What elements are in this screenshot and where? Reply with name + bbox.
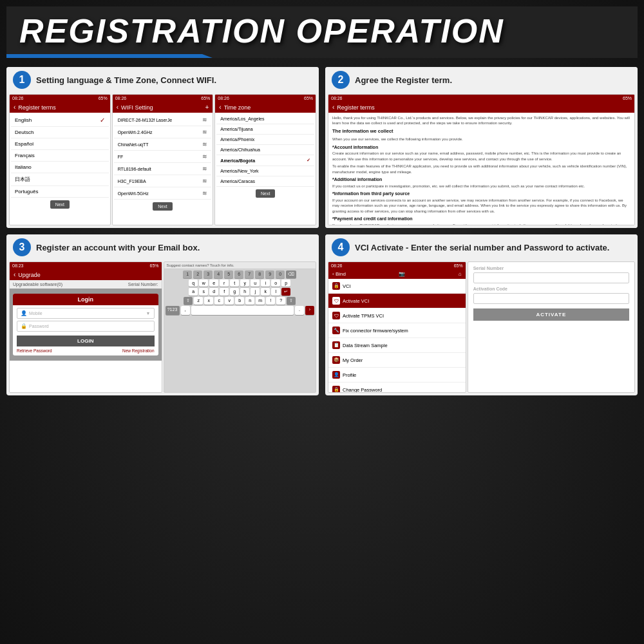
key-j[interactable]: j — [251, 288, 260, 296]
key-period[interactable]: . — [295, 306, 304, 315]
key-i[interactable]: i — [261, 279, 270, 287]
key-h[interactable]: h — [240, 288, 249, 296]
language-next-button[interactable]: Next — [50, 200, 70, 209]
tz-bogota[interactable]: America/Bogota ✓ — [216, 155, 314, 166]
key-u[interactable]: u — [251, 279, 260, 287]
lang-english[interactable]: English ✓ — [11, 114, 109, 127]
login-screen: 08:23 65% ‹ Upgrade Upgradeable software… — [9, 261, 162, 393]
wifi-h3c[interactable]: H3C_F19EBA≋ — [114, 175, 212, 187]
mobile-input[interactable]: 👤 Mobile ▼ — [17, 308, 155, 319]
bind-menu-my-order[interactable]: 📦 My Order — [328, 353, 466, 368]
retrieve-password-link[interactable]: Retrieve Password — [17, 348, 52, 353]
lang-italiano[interactable]: Italiano — [11, 162, 109, 173]
new-registration-link[interactable]: New Registration — [122, 348, 155, 353]
key-3[interactable]: 3 — [204, 270, 213, 278]
backspace-key[interactable]: ⌫ — [286, 270, 296, 278]
go-key[interactable]: › — [305, 306, 314, 315]
lang-deutsch[interactable]: Deutsch — [11, 127, 109, 138]
key-c[interactable]: c — [214, 297, 223, 305]
step-2-number: 2 — [332, 71, 350, 89]
bind-menu-change-password[interactable]: 🔒 Change Password — [328, 383, 466, 393]
key-q[interactable]: q — [189, 279, 198, 287]
key-2[interactable]: 2 — [193, 270, 202, 278]
key-l[interactable]: l — [271, 288, 280, 296]
login-modal-overlay: Login 👤 Mobile ▼ 🔒 Password — [10, 289, 162, 361]
key-w[interactable]: w — [199, 279, 208, 287]
key-comma[interactable]: , — [181, 306, 190, 315]
key-f[interactable]: f — [220, 288, 229, 296]
tz-chihuahua[interactable]: America/Chihuahua — [216, 145, 314, 155]
key-g[interactable]: g — [230, 288, 239, 296]
tz-phoenix[interactable]: America/Phoenix — [216, 135, 314, 145]
key-t[interactable]: t — [230, 279, 239, 287]
lock-icon: 🔒 — [332, 282, 340, 290]
key-1[interactable]: 1 — [183, 270, 192, 278]
key-p[interactable]: p — [281, 279, 290, 287]
key-8[interactable]: 8 — [255, 270, 264, 278]
key-k[interactable]: k — [261, 288, 270, 296]
lock-icon: 🔒 — [332, 386, 340, 393]
spacebar-key[interactable] — [191, 306, 294, 315]
key-o[interactable]: o — [271, 279, 280, 287]
shift-key[interactable]: ⇧ — [184, 297, 193, 305]
key-v[interactable]: v — [225, 297, 234, 305]
bind-menu-vci[interactable]: 🔒 VCI — [328, 279, 466, 294]
step-3-screens: 08:23 65% ‹ Upgrade Upgradeable software… — [6, 260, 319, 395]
activation-code-input[interactable] — [473, 293, 629, 304]
step-1-header: 1 Setting language & Time Zone, Connect … — [6, 67, 319, 93]
bind-menu-activate-vci[interactable]: 🛡 Activate VCI — [328, 294, 466, 308]
key-6[interactable]: 6 — [234, 270, 243, 278]
key-5[interactable]: 5 — [224, 270, 233, 278]
key-9[interactable]: 9 — [265, 270, 274, 278]
lang-francais[interactable]: Français — [11, 150, 109, 162]
key-0[interactable]: 0 — [276, 270, 285, 278]
tz-los-angeles[interactable]: America/Los_Angeles — [216, 114, 314, 124]
wifi-rtl[interactable]: RTL8196-default≋ — [114, 163, 212, 175]
key-y[interactable]: y — [240, 279, 249, 287]
password-input[interactable]: 🔒 Password — [17, 321, 155, 332]
tz-new-york[interactable]: America/New_York — [216, 166, 314, 176]
lang-japanese[interactable]: 日本語 — [11, 173, 109, 186]
key-exclaim[interactable]: ! — [266, 297, 275, 305]
tz-caracas[interactable]: America/Caracas — [216, 176, 314, 187]
serial-number-input[interactable] — [473, 272, 629, 283]
bind-menu-data-stream[interactable]: 📋 Data Stream Sample — [328, 338, 466, 353]
wifi-openwrt24[interactable]: OpenWrt-2.4GHz≋ — [114, 126, 212, 138]
terms-additional-title: *Additional information — [332, 176, 630, 183]
bind-menu-profile[interactable]: 👤 Profile — [328, 368, 466, 383]
activate-button[interactable]: ACTIVATE — [473, 308, 629, 321]
tz-tijuana[interactable]: America/Tijuana — [216, 124, 314, 135]
password-placeholder: Password — [29, 324, 49, 328]
lang-espanol[interactable]: Español — [11, 138, 109, 150]
bind-form-panel: Serial Number Activation Code ACTIVATE — [468, 261, 635, 393]
key-e[interactable]: e — [209, 279, 218, 287]
key-b[interactable]: b — [235, 297, 244, 305]
shift-key-2[interactable]: ⇧ — [287, 297, 296, 305]
key-z[interactable]: z — [194, 297, 203, 305]
timezone-next-button[interactable]: Next — [256, 189, 275, 198]
key-x[interactable]: x — [204, 297, 213, 305]
bind-menu-fix-connector[interactable]: 🔧 Fix connector firmware/system — [328, 323, 466, 338]
wifi-openwrt5[interactable]: OpenWrt-5GHz≋ — [114, 187, 212, 200]
key-a[interactable]: a — [189, 288, 198, 296]
enter-key[interactable]: ↵ — [281, 288, 290, 296]
key-123[interactable]: ?123 — [166, 306, 180, 315]
terms-intro: Hello, thank you for using THINKCAR Co.,… — [332, 115, 630, 126]
key-question[interactable]: ? — [276, 297, 285, 305]
key-n[interactable]: n — [245, 297, 254, 305]
key-4[interactable]: 4 — [214, 270, 223, 278]
lang-portugues[interactable]: Português — [11, 186, 109, 198]
key-d[interactable]: d — [209, 288, 218, 296]
key-s[interactable]: s — [199, 288, 208, 296]
key-m[interactable]: m — [256, 297, 265, 305]
bind-menu-activate-tpms[interactable]: 🛡 Activate TPMS VCI — [328, 308, 466, 323]
key-r[interactable]: r — [220, 279, 229, 287]
wifi-direct[interactable]: DIRECT-26-M132f LaserJe≋ — [114, 114, 212, 126]
wifi-chinanet[interactable]: ChinaNet-uqTT≋ — [114, 138, 212, 151]
wifi-next-button[interactable]: Next — [153, 202, 172, 211]
login-form: 👤 Mobile ▼ 🔒 Password LOGIN — [13, 305, 158, 355]
key-7[interactable]: 7 — [245, 270, 254, 278]
login-button[interactable]: LOGIN — [17, 336, 155, 346]
wifi-ff[interactable]: FF≋ — [114, 151, 212, 163]
lock-icon: 🔒 — [21, 323, 27, 329]
